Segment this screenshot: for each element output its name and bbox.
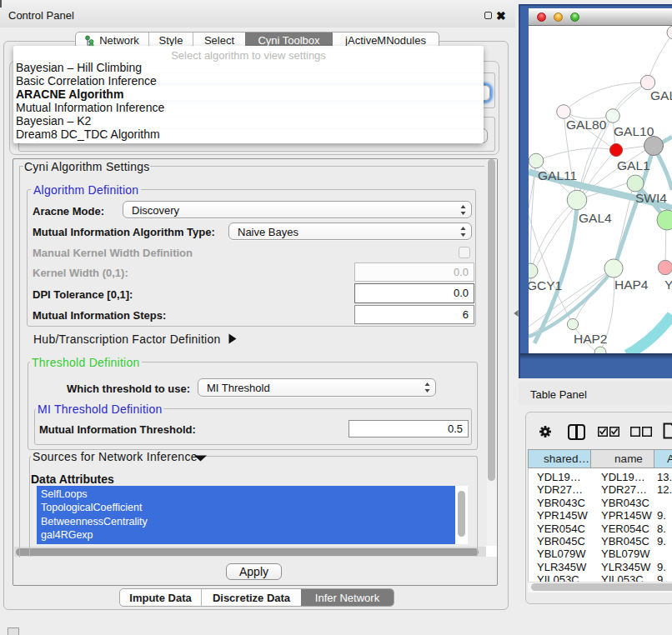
svg-text:GAL1: GAL1 (617, 158, 650, 172)
svg-text:GAL4: GAL4 (579, 211, 612, 225)
svg-text:SWI4: SWI4 (635, 191, 667, 205)
svg-text:HAP2: HAP2 (574, 332, 608, 346)
svg-text:GCY1: GCY1 (529, 278, 562, 292)
svg-text:GAL10: GAL10 (614, 124, 654, 138)
svg-text:GAL80: GAL80 (566, 118, 607, 132)
svg-text:YM: YM (664, 278, 672, 292)
svg-text:HAP4: HAP4 (614, 278, 649, 292)
svg-text:GAL7: GAL7 (650, 88, 672, 102)
svg-text:GAL11: GAL11 (538, 168, 577, 182)
